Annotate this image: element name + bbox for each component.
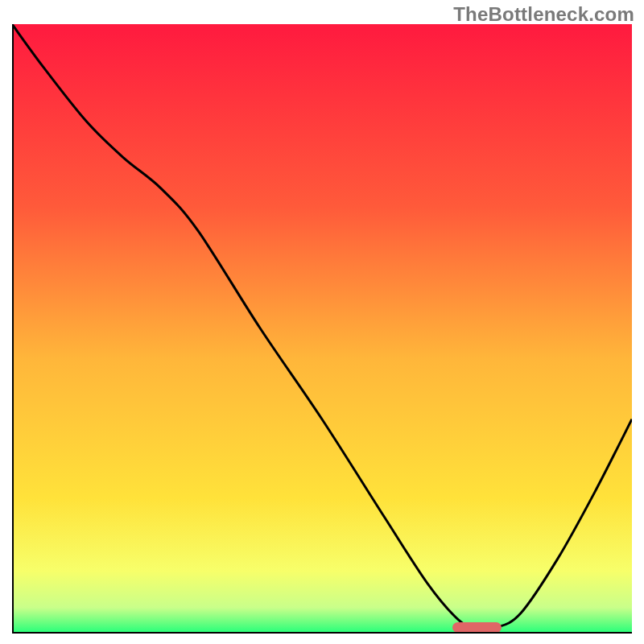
bottleneck-curve	[12, 24, 632, 630]
plot-area	[12, 24, 632, 632]
optimal-marker	[452, 622, 502, 632]
watermark-text: TheBottleneck.com	[453, 3, 634, 26]
chart-container: TheBottleneck.com	[0, 0, 644, 644]
curve-layer	[12, 24, 632, 632]
y-axis	[12, 24, 14, 632]
x-axis	[12, 632, 632, 634]
